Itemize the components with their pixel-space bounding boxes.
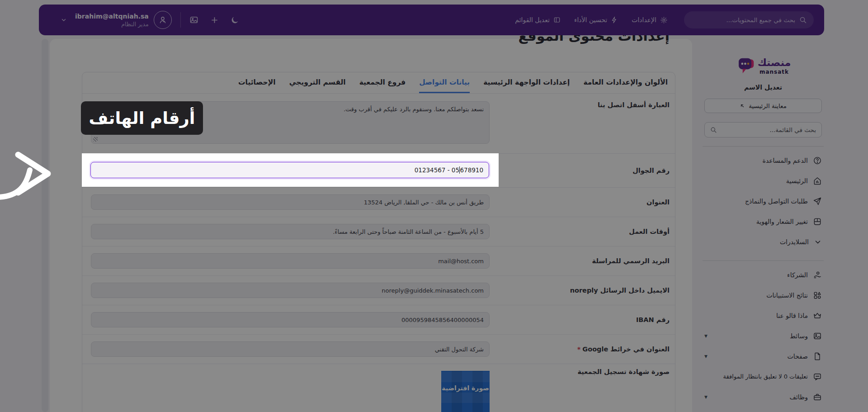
phone-value: 01234567 - 05678910 xyxy=(415,166,483,174)
phone-value-before-caret: 01234567 - 05 xyxy=(415,166,459,174)
tour-arrow-icon xyxy=(0,147,65,201)
tour-tooltip: أرقام الهاتف xyxy=(81,101,203,135)
phone-value-after-caret: 678910 xyxy=(460,166,483,174)
phone-input-highlighted[interactable]: 01234567 - 05678910 xyxy=(90,162,489,178)
tour-spotlight: 01234567 - 05678910 xyxy=(82,153,499,187)
page: بحث في جميع المحتويات... الإعدادات تحسين… xyxy=(0,0,868,412)
tour-dim-overlay xyxy=(0,0,868,412)
